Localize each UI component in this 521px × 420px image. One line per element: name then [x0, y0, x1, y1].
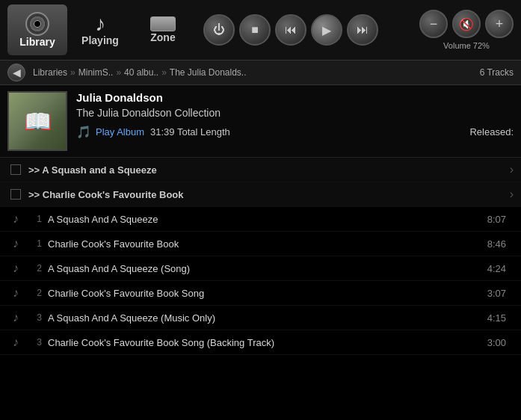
track-music-icon: ♪ [7, 237, 24, 250]
album-header: Julia Donaldson The Julia Donaldson Coll… [0, 85, 521, 158]
album-title: The Julia Donaldson Collection [76, 107, 514, 119]
album-art [7, 91, 67, 151]
track-number: 2 [28, 263, 42, 274]
chevron-right-icon-1: › [510, 163, 514, 176]
minus-icon: − [430, 16, 438, 32]
album-info: Julia Donaldson The Julia Donaldson Coll… [76, 91, 514, 139]
breadcrumb-bar: ◀ Libraries » MinimS.. » 40 albu.. » The… [0, 61, 521, 85]
back-button[interactable]: ◀ [7, 64, 25, 81]
folder-icon-1 [7, 164, 24, 175]
tab-library[interactable]: Library [7, 4, 67, 55]
stop-icon: ■ [251, 23, 259, 37]
volume-controls: − 🔇 + [419, 10, 514, 38]
power-icon: ⏻ [213, 23, 225, 37]
track-number: 3 [28, 337, 42, 348]
track-item[interactable]: ♪ 1 A Squash And A Squeeze 8:07 [0, 207, 521, 232]
volume-plus-button[interactable]: + [485, 10, 514, 38]
top-nav: Library ♪ Playing Zone ⏻ ■ ⏮ ▶ ⏭ − [0, 0, 521, 61]
tracks-count: 6 Tracks [480, 67, 514, 78]
track-item[interactable]: ♪ 3 A Squash And A Squeeze (Music Only) … [0, 306, 521, 330]
track-rows: ♪ 1 A Squash And A Squeeze 8:07 ♪ 1 Char… [0, 207, 521, 355]
volume-level: Volume 72% [443, 41, 490, 50]
stop-button[interactable]: ■ [239, 14, 271, 46]
breadcrumb-sep-1: » [70, 67, 75, 78]
track-item[interactable]: ♪ 2 Charlie Cook's Favourite Book Song 3… [0, 281, 521, 306]
play-album-row: 🎵 Play Album 31:39 Total Length Released… [76, 125, 514, 139]
music-note-icon: 🎵 [76, 125, 91, 139]
breadcrumb-sep-3: » [161, 67, 167, 78]
track-duration: 3:00 [487, 337, 506, 348]
zone-icon [150, 16, 176, 31]
breadcrumb-minimserver[interactable]: MinimS.. [78, 67, 114, 78]
track-title: A Squash And A Squeeze (Music Only) [48, 312, 487, 324]
artist-name: Julia Donaldson [76, 91, 514, 104]
track-item[interactable]: ♪ 2 A Squash And A Squeeze (Song) 4:24 [0, 256, 521, 281]
track-music-icon: ♪ [7, 212, 24, 226]
album-art-image [9, 93, 66, 149]
track-duration: 4:24 [487, 263, 506, 274]
play-button[interactable]: ▶ [311, 14, 342, 46]
tab-zone-label: Zone [150, 31, 175, 43]
plus-icon: + [496, 16, 504, 32]
prev-icon: ⏮ [285, 23, 297, 37]
track-number: 1 [28, 214, 42, 224]
disc-item-1[interactable]: >> A Squash and a Squeeze › [0, 158, 521, 182]
checkbox-icon-2 [10, 189, 21, 200]
folder-icon-2 [7, 189, 24, 200]
volume-minus-button[interactable]: − [419, 10, 448, 38]
checkbox-icon [10, 164, 21, 175]
breadcrumb-albums[interactable]: 40 albu.. [124, 67, 158, 78]
track-number: 2 [28, 288, 42, 298]
breadcrumb-libraries[interactable]: Libraries [33, 67, 67, 78]
track-item[interactable]: ♪ 3 Charlie Cook's Favourite Book Song (… [0, 330, 521, 355]
track-title: A Squash And A Squeeze (Song) [48, 263, 487, 274]
disc-2-label: >> Charlie Cook's Favourite Book [28, 189, 510, 200]
play-album-label: Play Album [96, 126, 144, 138]
breadcrumb-sep-2: » [116, 67, 121, 78]
disc-icon [25, 12, 49, 36]
track-music-icon: ♪ [7, 311, 24, 324]
track-title: A Squash And A Squeeze [48, 214, 487, 225]
track-title: Charlie Cook's Favourite Book [48, 238, 487, 250]
track-music-icon: ♪ [7, 336, 24, 349]
mute-button[interactable]: 🔇 [452, 10, 481, 38]
tab-playing[interactable]: ♪ Playing [70, 4, 130, 55]
mute-icon: 🔇 [459, 17, 474, 31]
total-length: 31:39 Total Length [150, 126, 230, 138]
next-icon: ⏭ [357, 23, 369, 37]
disc-item-2[interactable]: >> Charlie Cook's Favourite Book › [0, 182, 521, 207]
volume-area: − 🔇 + Volume 72% [419, 10, 514, 50]
music-note-icon: ♪ [95, 13, 105, 34]
play-icon: ▶ [322, 23, 331, 37]
track-number: 3 [28, 312, 42, 323]
track-item[interactable]: ♪ 1 Charlie Cook's Favourite Book 8:46 [0, 232, 521, 256]
track-duration: 3:07 [487, 288, 506, 299]
track-music-icon: ♪ [7, 262, 24, 275]
chevron-right-icon-2: › [510, 188, 514, 201]
breadcrumb-current[interactable]: The Julia Donalds.. [170, 67, 247, 78]
tab-playing-label: Playing [81, 34, 119, 46]
tab-library-label: Library [19, 36, 55, 48]
disc-1-label: >> A Squash and a Squeeze [28, 164, 510, 176]
track-duration: 8:46 [487, 238, 506, 250]
track-number: 1 [28, 238, 42, 249]
track-title: Charlie Cook's Favourite Book Song [48, 288, 487, 299]
prev-button[interactable]: ⏮ [275, 14, 306, 46]
released-label: Released: [469, 126, 514, 138]
play-album-button[interactable]: 🎵 Play Album [76, 125, 144, 139]
tab-zone[interactable]: Zone [133, 4, 193, 55]
track-duration: 8:07 [487, 214, 506, 225]
next-button[interactable]: ⏭ [347, 14, 378, 46]
transport-controls: ⏻ ■ ⏮ ▶ ⏭ [203, 14, 378, 46]
power-button[interactable]: ⏻ [203, 14, 235, 46]
back-icon: ◀ [13, 67, 21, 78]
track-music-icon: ♪ [7, 286, 24, 300]
track-duration: 4:15 [487, 312, 506, 324]
track-title: Charlie Cook's Favourite Book Song (Back… [48, 337, 487, 348]
track-list: >> A Squash and a Squeeze › >> Charlie C… [0, 158, 521, 355]
breadcrumb: ◀ Libraries » MinimS.. » 40 albu.. » The… [7, 64, 247, 81]
